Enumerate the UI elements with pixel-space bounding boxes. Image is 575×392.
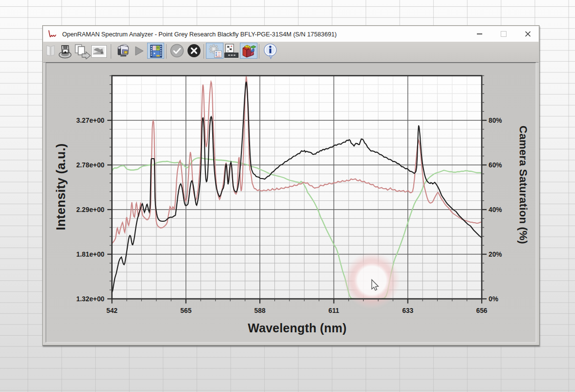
svg-text:40%: 40% — [489, 206, 502, 213]
svg-text:2.29e+00: 2.29e+00 — [76, 206, 104, 213]
svg-text:656: 656 — [476, 307, 487, 314]
svg-text:633: 633 — [402, 307, 413, 314]
svg-text:611: 611 — [328, 307, 339, 314]
svg-text:588: 588 — [254, 307, 266, 314]
svg-text:3.27e+00: 3.27e+00 — [76, 117, 104, 124]
svg-text:1.81e+00: 1.81e+00 — [76, 251, 104, 258]
svg-text:0%: 0% — [489, 295, 498, 303]
svg-text:2.78e+00: 2.78e+00 — [76, 162, 104, 169]
svg-text:80%: 80% — [489, 117, 502, 124]
svg-text:Wavelength (nm): Wavelength (nm) — [248, 321, 346, 335]
svg-text:20%: 20% — [489, 251, 502, 258]
svg-text:60%: 60% — [489, 162, 502, 169]
svg-text:565: 565 — [180, 307, 191, 314]
svg-text:1.32e+00: 1.32e+00 — [76, 295, 104, 303]
svg-text:Camera Saturation (%): Camera Saturation (%) — [517, 126, 529, 244]
svg-text:542: 542 — [106, 307, 118, 314]
svg-text:Intensity (a.u.): Intensity (a.u.) — [53, 143, 68, 230]
